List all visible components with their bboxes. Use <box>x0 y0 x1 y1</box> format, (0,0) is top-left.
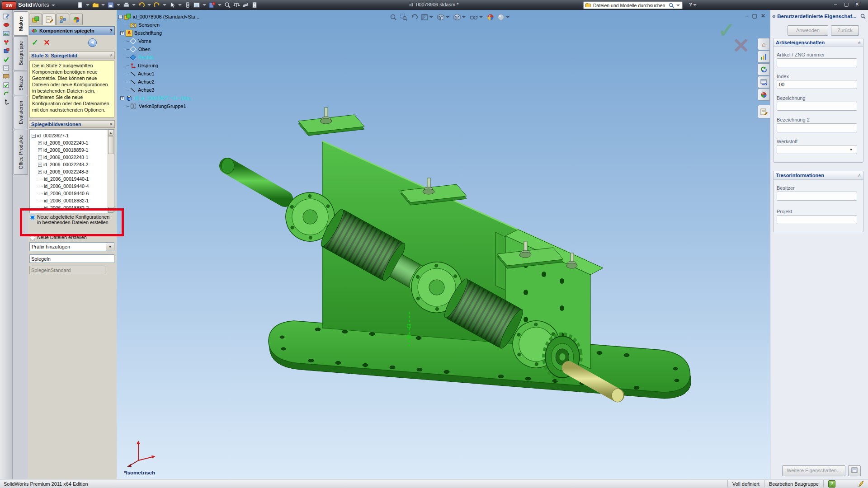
display-style-button[interactable] <box>453 14 467 21</box>
reset-button[interactable]: Zurück <box>831 25 859 36</box>
collapse-toggle[interactable]: − <box>32 134 36 138</box>
featuremanager-tab[interactable] <box>29 14 42 25</box>
version-item[interactable]: +id_2006_00022249-1 <box>38 139 113 146</box>
magnifier-icon[interactable] <box>223 1 231 9</box>
orientation-caret[interactable] <box>446 16 449 18</box>
collapse-icon[interactable]: » <box>109 123 114 126</box>
version-item[interactable]: +id_2006_00022248-1 <box>38 154 113 161</box>
dropdown-caret[interactable]: ▾ <box>106 243 114 251</box>
prefix-mode-dropdown[interactable]: Präfix hinzufügen ▾ <box>29 242 114 251</box>
rebuild-caret[interactable] <box>218 4 222 6</box>
recycle-icon[interactable] <box>1 90 11 97</box>
attach-icon[interactable] <box>184 1 192 9</box>
doc-close-button[interactable]: ✕ <box>761 13 765 19</box>
search-caret[interactable] <box>676 5 680 6</box>
redo-button[interactable] <box>153 1 161 9</box>
measure-icon[interactable] <box>241 1 250 9</box>
list-caret[interactable] <box>203 4 206 6</box>
tree-item-origin[interactable]: Ursprung <box>125 61 199 70</box>
bezeichnung-input[interactable] <box>777 102 857 111</box>
apply-button[interactable]: Anwenden <box>788 25 828 36</box>
pm-help[interactable]: ? <box>109 28 113 33</box>
select-caret[interactable] <box>178 4 182 6</box>
search-input[interactable] <box>592 2 667 9</box>
version-item[interactable]: id_2006_00019440-4 <box>39 183 113 190</box>
version-item[interactable]: id_2006_00019440-1 <box>39 175 113 183</box>
tree-item-assembly-root[interactable]: − id_00078906 (Standard<Sta... <box>118 13 199 21</box>
quick-tips-toggle[interactable]: ? <box>823 480 840 488</box>
book-icon[interactable] <box>1 73 11 80</box>
version-item[interactable]: +id_2006_00022248-2 <box>38 161 113 168</box>
edit-macro-icon[interactable] <box>1 13 11 20</box>
hideshow-caret[interactable] <box>479 16 483 18</box>
graphics-viewport[interactable]: − id_00078906 (Standard<Sta... Sensoren … <box>117 10 770 479</box>
section-view-button[interactable] <box>421 14 434 21</box>
tree-item-component-selected[interactable]: + (f) id_00023627 <1> (Sta... <box>120 94 199 102</box>
select-cursor-button[interactable] <box>168 1 176 9</box>
tab-makro[interactable]: Makro <box>14 11 28 36</box>
apply-scene-button[interactable] <box>497 14 510 21</box>
section-caret[interactable] <box>429 16 433 18</box>
dropdown-caret[interactable]: ▾ <box>847 145 855 154</box>
axis-tool-icon[interactable] <box>1 99 11 106</box>
pin-icon[interactable] <box>860 13 866 19</box>
open-caret[interactable] <box>101 4 105 6</box>
input-shaft[interactable] <box>227 166 285 199</box>
options-panel-icon[interactable] <box>250 1 259 9</box>
scene-caret[interactable] <box>506 16 509 18</box>
tree-item-annotations[interactable]: + A Beschriftung <box>120 29 199 37</box>
version-item[interactable]: +id_2006_00018859-1 <box>38 146 113 154</box>
image-icon[interactable] <box>1 30 11 37</box>
rebuild-button[interactable] <box>208 1 216 9</box>
version-item[interactable]: +id_2006_00022248-3 <box>38 168 113 175</box>
minimize-button[interactable]: – <box>831 1 840 8</box>
doc-restore-button[interactable]: ▢ <box>752 13 757 19</box>
new-document-button[interactable] <box>76 1 84 9</box>
tree-item-axis2[interactable]: Achse2 <box>125 78 199 86</box>
version-root-item[interactable]: − id_00023627-1 <box>32 132 113 139</box>
tab-baugruppe[interactable]: Baugruppe <box>14 36 28 70</box>
cube-tool-icon[interactable] <box>1 47 11 54</box>
mounting-bracket[interactable] <box>298 108 364 136</box>
version-item[interactable]: id_2006_00018882-1 <box>39 197 113 204</box>
artikel-zng-input[interactable] <box>777 58 857 67</box>
configurationmanager-tab[interactable] <box>56 14 69 25</box>
expand-toggle[interactable]: + <box>38 163 42 167</box>
undo-caret[interactable] <box>147 4 151 6</box>
tree-item-sensors[interactable]: Sensoren <box>125 21 199 29</box>
expand-toggle[interactable]: + <box>38 141 42 145</box>
checklist-icon[interactable] <box>1 81 11 89</box>
close-button[interactable]: ✕ <box>853 1 862 8</box>
search-magnifier-icon[interactable] <box>669 3 674 8</box>
doc-minimize-button[interactable]: – <box>745 13 749 19</box>
tab-evaluieren[interactable]: Evaluieren <box>14 96 28 129</box>
cancel-button[interactable]: ✕ <box>43 38 50 47</box>
edit-appearance-button[interactable] <box>487 14 494 21</box>
save-caret[interactable] <box>117 4 120 6</box>
undo-button[interactable] <box>137 1 146 9</box>
tree-item-plane-front[interactable]: Vorne <box>125 37 199 45</box>
ok-button[interactable]: ✓ <box>32 38 38 47</box>
print-caret[interactable] <box>132 4 136 6</box>
confirmation-corner-cancel[interactable]: ✕ <box>732 33 750 58</box>
expand-toggle[interactable]: + <box>120 31 124 35</box>
werkstoff-dropdown[interactable]: ▾ <box>777 145 857 154</box>
besitzer-input[interactable] <box>777 192 857 201</box>
step-section-header[interactable]: Stufe 3: Spiegelbild » <box>29 52 115 59</box>
zoom-area-button[interactable] <box>400 14 407 21</box>
scroll-up-button[interactable]: ▲ <box>108 130 113 136</box>
tree-item-mates-group[interactable]: VerknüpfungGruppe1 <box>125 102 199 110</box>
expand-toggle[interactable]: + <box>38 155 42 160</box>
help-menu[interactable]: ? <box>689 2 698 7</box>
mass-properties-icon[interactable] <box>232 1 241 9</box>
view-orientation-button[interactable] <box>437 14 450 21</box>
note-icon[interactable] <box>1 64 11 71</box>
index-input[interactable] <box>777 80 857 89</box>
check-macro-icon[interactable] <box>1 56 11 63</box>
new-caret[interactable] <box>86 4 90 6</box>
collapse-toggle[interactable]: − <box>118 15 123 19</box>
tree-item-axis1[interactable]: Achse1 <box>125 70 199 78</box>
file-explorer-tab[interactable] <box>758 63 770 75</box>
custom-properties-tab[interactable] <box>758 105 770 118</box>
print-button[interactable] <box>122 1 130 9</box>
